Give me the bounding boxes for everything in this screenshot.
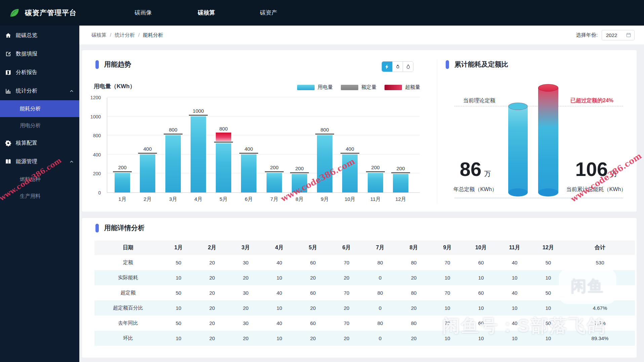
sidebar-item-6[interactable]: 能源管理 [0,152,79,171]
annual-quota-value: 86万 [438,158,512,180]
sidebar-item-2[interactable]: 数据填报 [0,45,79,63]
breadcrumb-item[interactable]: 能耗分析 [143,32,163,38]
table-row: 超定额百分比102020102020020101010104.67% [94,300,635,316]
table-row: 环比1020201020200201010101089.34% [94,331,635,346]
sidebar-item-label: 统计分析 [16,87,37,95]
bar-value-label: 200 [295,166,304,171]
quota-cap-marker [239,153,258,154]
table-cell: 20 [397,331,431,346]
consumption-bar [393,174,408,192]
table-cell: 20 [229,331,263,346]
table-header-row: 日期1月2月3月4月5月6月7月8月9月10月11月12月合计 [94,241,635,255]
gridline [107,97,420,97]
sidebar-subitem-label: 燃料品种 [20,176,41,183]
table-cell: 80 [363,255,397,270]
column-header: 9月 [431,241,464,255]
breadcrumb-bar: 碳核算/统计分析/能耗分析 选择年份: 2022 [79,26,644,44]
sidebar-subitem-label: 用电分析 [20,122,41,129]
legend-item[interactable]: 额定量 [341,84,376,90]
row-label: 超定额 [94,285,162,300]
table-cell: 0 [363,270,397,285]
row-label: 超定额百分比 [94,300,162,316]
breadcrumb-item[interactable]: 统计分析 [115,32,135,38]
table-row: 去年同比5020304060708080706040507.5% [94,316,635,331]
sidebar-subitem[interactable]: 用电分析 [0,117,79,134]
main-content: 碳核算/统计分析/能耗分析 选择年份: 2022 用能趋势 用电量（KWh） 用… [79,26,644,362]
breadcrumb-item[interactable]: 碳核算 [91,32,107,38]
sidebar-subitem[interactable]: 生产用料 [0,188,79,205]
table-cell: 10 [498,300,531,316]
row-total: 530 [565,255,635,270]
year-picker: 选择年份: 2022 [576,30,635,40]
breadcrumb: 碳核算/统计分析/能耗分析 [91,32,163,38]
column-header: 2月 [195,241,229,255]
flame-toggle-button[interactable] [392,62,403,72]
x-tick-label: 1月 [113,196,132,203]
x-tick-label: 4月 [189,196,208,203]
sidebar-item-5[interactable]: 核算配置 [0,134,79,152]
total-consumption-caption: 当前累计总能耗（KWh） [555,186,637,193]
year-value: 2022 [606,32,617,38]
table-cell: 60 [296,316,330,331]
sidebar-subitem[interactable]: 能耗分析 [0,100,79,117]
bar-value-label: 1000 [193,108,204,114]
top-nav-item-2[interactable]: 碳核算 [190,0,223,26]
legend-item[interactable]: 超额量 [385,84,420,90]
top-nav-item-1[interactable]: 碳画像 [127,0,159,26]
table-cell: 70 [431,285,464,300]
table-cell: 40 [263,255,296,270]
legend-item[interactable]: 用电量 [297,84,333,90]
accent-bar [95,60,99,69]
table-cell: 70 [330,255,363,270]
quota-cap-marker [391,172,410,173]
table-cell: 60 [464,255,498,270]
bar-value-label: 400 [244,146,253,152]
table-cell: 10 [531,300,565,316]
table-cell: 20 [296,331,330,346]
table-row: 定额502030406070808070604050530 [94,255,635,270]
drop-toggle-button[interactable] [403,62,413,72]
table-cell: 50 [162,285,195,300]
sidebar-subitem[interactable]: 燃料品种 [0,171,79,188]
x-tick-label: 3月 [164,196,183,203]
y-tick-label: 200 [93,171,101,176]
row-total [565,285,635,300]
table-cell: 50 [531,255,565,270]
table-cell: 80 [397,255,431,270]
sidebar-item-label: 分析报告 [16,69,37,76]
quota-title: 累计能耗及定额比 [454,60,508,69]
top-nav-item-3[interactable]: 碳资产 [252,0,285,26]
table-cell: 10 [263,300,296,316]
table-cell: 50 [531,285,565,300]
bolt-toggle-button[interactable] [382,62,392,72]
sidebar-item-1[interactable]: 能碳总览 [0,26,79,45]
sidebar-item-4[interactable]: 统计分析 [0,82,79,100]
row-total: 4.67% [565,300,635,316]
sidebar-item-3[interactable]: 分析报告 [0,63,79,82]
quota-cap-marker [290,172,309,173]
consumption-bar [292,174,307,192]
edit-icon [5,51,12,57]
x-tick-label: 5月 [214,196,233,203]
drop-icon [405,64,411,70]
sidebar-item-label: 能碳总览 [16,32,37,39]
consumption-bar [317,135,332,192]
table-cell: 60 [296,255,330,270]
home-icon [5,32,12,39]
trend-title: 用能趋势 [104,60,131,69]
stats-icon [5,88,12,94]
book-icon [5,158,12,165]
quota-cap-marker [340,153,359,154]
consumption-bar [165,135,181,192]
y-tick-label: 800 [93,133,101,138]
year-input[interactable]: 2022 [602,30,635,40]
bar-value-label: 200 [396,166,405,171]
accent-bar [446,60,449,69]
table-cell: 10 [263,270,296,285]
table-cell: 20 [229,300,263,316]
bar-value-label: 400 [143,146,152,152]
table-cell: 10 [498,331,531,346]
quota-threshold-label: 当前理论定额 [463,97,495,104]
table-cell: 30 [229,285,263,300]
consumption-cylinder [538,84,558,196]
